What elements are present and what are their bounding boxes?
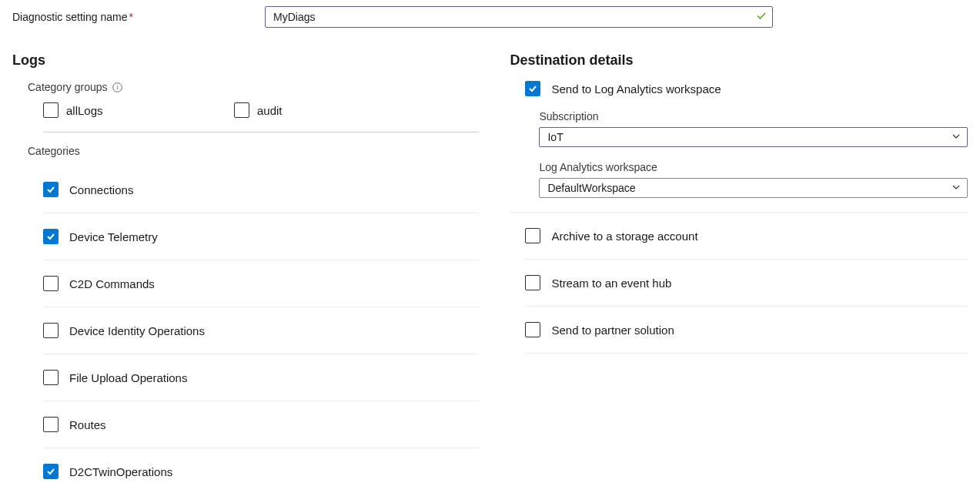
label-alllogs[interactable]: allLogs	[66, 104, 103, 117]
checkbox-routes[interactable]	[43, 417, 59, 432]
label-send-law[interactable]: Send to Log Analytics workspace	[551, 82, 721, 96]
label-archive-storage[interactable]: Archive to a storage account	[551, 230, 697, 243]
logs-column: Logs Category groups i allLogs audit Cat…	[12, 52, 479, 483]
checkbox-d2c-twin[interactable]	[43, 464, 59, 479]
category-groups-row: allLogs audit	[43, 102, 479, 132]
subscription-select[interactable]: IoT	[539, 127, 968, 147]
label-device-identity[interactable]: Device Identity Operations	[69, 324, 205, 337]
checkbox-c2d-commands[interactable]	[43, 276, 59, 291]
checkbox-archive-storage[interactable]	[525, 228, 540, 243]
setting-name-input[interactable]	[265, 6, 773, 28]
chevron-down-icon	[952, 182, 961, 194]
categories-list: Connections Device Telemetry C2D Command…	[43, 166, 479, 483]
subscription-field: Subscription IoT	[539, 110, 968, 147]
workspace-field: Log Analytics workspace DefaultWorkspace	[539, 161, 968, 198]
category-file-upload: File Upload Operations	[43, 354, 479, 401]
checkbox-device-telemetry[interactable]	[43, 229, 59, 244]
checkbox-stream-eventhub[interactable]	[525, 275, 540, 290]
checkbox-partner-solution[interactable]	[525, 322, 540, 337]
setting-name-input-wrap	[265, 6, 773, 28]
dest-archive-storage: Archive to a storage account	[525, 213, 968, 260]
subscription-label: Subscription	[539, 110, 968, 122]
label-c2d-commands[interactable]: C2D Commands	[69, 277, 155, 290]
category-routes: Routes	[43, 401, 479, 448]
group-alllogs: allLogs	[43, 102, 234, 118]
law-config: Subscription IoT Log Analytics workspace…	[539, 110, 968, 198]
workspace-label: Log Analytics workspace	[539, 161, 968, 173]
chevron-down-icon	[952, 131, 961, 143]
checkbox-device-identity[interactable]	[43, 323, 59, 338]
svg-text:i: i	[116, 84, 119, 91]
destination-column: Destination details Send to Log Analytic…	[510, 52, 968, 483]
setting-name-label-text: Diagnostic setting name	[12, 11, 127, 23]
logs-title: Logs	[12, 52, 479, 69]
label-partner-solution[interactable]: Send to partner solution	[551, 324, 674, 337]
checkbox-file-upload[interactable]	[43, 370, 59, 385]
checkbox-audit[interactable]	[234, 102, 249, 118]
dest-options-list: Archive to a storage account Stream to a…	[510, 212, 968, 354]
group-audit: audit	[234, 102, 425, 118]
subscription-value: IoT	[547, 131, 563, 143]
category-c2d-commands: C2D Commands	[43, 260, 479, 307]
category-groups-heading: Category groups i	[28, 81, 479, 93]
checkbox-connections[interactable]	[43, 182, 59, 197]
label-routes[interactable]: Routes	[69, 418, 106, 431]
label-connections[interactable]: Connections	[69, 183, 133, 196]
label-file-upload[interactable]: File Upload Operations	[69, 371, 187, 384]
label-device-telemetry[interactable]: Device Telemetry	[69, 230, 158, 243]
category-device-identity: Device Identity Operations	[43, 307, 479, 354]
label-d2c-twin[interactable]: D2CTwinOperations	[69, 465, 172, 478]
setting-name-label: Diagnostic setting name*	[12, 11, 265, 23]
setting-name-row: Diagnostic setting name*	[12, 6, 968, 28]
workspace-value: DefaultWorkspace	[547, 182, 635, 194]
dest-stream-eventhub: Stream to an event hub	[525, 260, 968, 307]
workspace-select[interactable]: DefaultWorkspace	[539, 178, 968, 198]
dest-partner-solution: Send to partner solution	[525, 307, 968, 354]
label-stream-eventhub[interactable]: Stream to an event hub	[551, 277, 671, 290]
info-icon[interactable]: i	[112, 82, 123, 92]
category-d2c-twin: D2CTwinOperations	[43, 448, 479, 483]
checkbox-send-law[interactable]	[525, 81, 540, 96]
categories-heading: Categories	[28, 145, 479, 157]
required-indicator: *	[129, 11, 132, 23]
category-groups-label: Category groups	[28, 81, 108, 93]
destination-title: Destination details	[510, 52, 968, 69]
categories-label: Categories	[28, 145, 80, 157]
category-device-telemetry: Device Telemetry	[43, 213, 479, 260]
checkbox-alllogs[interactable]	[43, 102, 59, 118]
category-connections: Connections	[43, 166, 479, 213]
label-audit[interactable]: audit	[257, 104, 283, 117]
send-law-row: Send to Log Analytics workspace	[525, 81, 968, 96]
